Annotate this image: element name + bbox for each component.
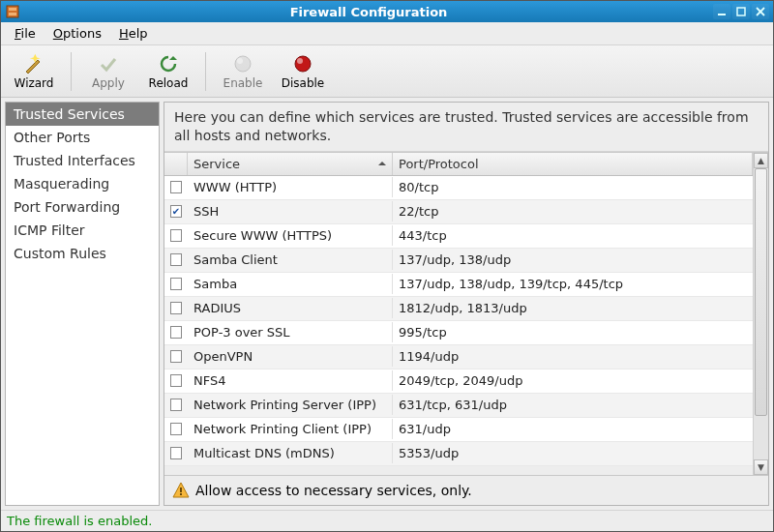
service-checkbox[interactable] [170,229,182,242]
col-port[interactable]: Port/Protocol [393,153,753,175]
table-row[interactable]: RADIUS1812/udp, 1813/udp [164,297,753,321]
reload-label: Reload [149,76,189,90]
apply-icon [98,53,119,74]
hint-text: Allow access to necessary services, only… [195,483,472,498]
col-service[interactable]: Service [188,153,393,175]
wizard-label: Wizard [15,76,54,90]
table-row[interactable]: NFS42049/tcp, 2049/udp [164,369,753,394]
service-checkbox[interactable] [170,181,182,193]
service-checkbox[interactable] [170,399,182,411]
scroll-track[interactable] [754,168,768,459]
service-port: 1194/udp [393,346,753,367]
services-table: Service Port/Protocol WWW (HTTP)80/tcp✔S… [164,153,753,475]
table-row[interactable]: Samba137/udp, 138/udp, 139/tcp, 445/tcp [164,273,753,297]
table-row[interactable]: Samba Client137/udp, 138/udp [164,249,753,273]
svg-point-13 [297,58,303,64]
table-row[interactable]: Network Printing Server (IPP)631/tcp, 63… [164,394,753,418]
service-port: 1812/udp, 1813/udp [393,298,753,318]
sidebar-item-icmp-filter[interactable]: ICMP Filter [6,219,159,242]
service-name: Network Printing Server (IPP) [188,395,393,415]
apply-button: Apply [79,48,137,95]
minimize-button[interactable] [713,4,730,19]
maximize-button[interactable] [732,4,750,19]
reload-button[interactable]: Reload [139,48,197,95]
sidebar-item-trusted-interfaces[interactable]: Trusted Interfaces [6,149,159,172]
svg-rect-2 [9,13,16,15]
window-title: Firewall Configuration [24,5,713,19]
disable-icon [292,53,313,74]
service-port: 631/tcp, 631/udp [393,395,753,415]
service-port: 995/tcp [393,322,753,342]
scroll-up-button[interactable]: ▲ [754,153,768,168]
content: Trusted ServicesOther PortsTrusted Inter… [1,98,773,510]
wizard-button[interactable]: Wizard [5,48,63,95]
vertical-scrollbar[interactable]: ▲ ▼ [753,153,768,475]
service-checkbox[interactable] [170,302,182,314]
service-name: OpenVPN [188,346,393,367]
menu-options[interactable]: Options [45,24,109,43]
sidebar-item-other-ports[interactable]: Other Ports [6,126,159,149]
service-checkbox[interactable] [170,423,182,435]
col-checkbox[interactable] [164,153,188,175]
scroll-down-button[interactable]: ▼ [754,459,768,475]
close-button[interactable] [752,4,769,19]
table-body: WWW (HTTP)80/tcp✔SSH22/tcpSecure WWW (HT… [164,176,753,475]
enable-label: Enable [223,76,263,90]
scroll-thumb[interactable] [755,168,767,416]
service-port: 80/tcp [393,177,753,197]
service-port: 2049/tcp, 2049/udp [393,370,753,391]
status-text: The firewall is enabled. [7,514,152,528]
service-name: SSH [188,201,393,222]
service-checkbox[interactable] [170,447,182,459]
service-name: RADIUS [188,298,393,318]
disable-label: Disable [282,76,325,90]
disable-button[interactable]: Disable [274,48,332,95]
sidebar-item-custom-rules[interactable]: Custom Rules [6,242,159,265]
sidebar: Trusted ServicesOther PortsTrusted Inter… [5,102,160,506]
table-row[interactable]: WWW (HTTP)80/tcp [164,176,753,200]
service-name: NFS4 [188,370,393,391]
service-checkbox[interactable] [170,350,182,363]
service-checkbox[interactable] [170,326,182,339]
sidebar-item-trusted-services[interactable]: Trusted Services [6,103,159,126]
service-checkbox[interactable]: ✔ [170,205,182,218]
titlebar: Firewall Configuration [1,1,773,22]
hint-row: Allow access to necessary services, only… [164,476,768,505]
service-port: 22/tcp [393,201,753,222]
menu-help[interactable]: Help [111,24,156,43]
table-row[interactable]: ✔SSH22/tcp [164,200,753,224]
svg-rect-16 [180,493,182,495]
svg-rect-1 [9,8,16,11]
apply-label: Apply [92,76,125,90]
table-row[interactable]: Secure WWW (HTTPS)443/tcp [164,224,753,249]
service-checkbox[interactable] [170,253,182,266]
table-row[interactable]: OpenVPN1194/udp [164,345,753,369]
service-name: Samba Client [188,250,393,270]
service-port: 137/udp, 138/udp, 139/tcp, 445/tcp [393,274,753,294]
statusbar: The firewall is enabled. [1,510,773,531]
toolbar-separator [205,52,206,91]
sidebar-item-masquerading[interactable]: Masquerading [6,172,159,195]
service-port: 5353/udp [393,443,753,463]
service-checkbox[interactable] [170,374,182,387]
svg-marker-7 [26,60,40,74]
description: Here you can define which services are t… [164,103,768,152]
table-row[interactable]: POP-3 over SSL995/tcp [164,321,753,345]
menu-file[interactable]: File [7,24,44,43]
service-name: Multicast DNS (mDNS) [188,443,393,463]
service-port: 137/udp, 138/udp [393,250,753,270]
service-name: Secure WWW (HTTPS) [188,225,393,246]
enable-icon [232,53,253,74]
service-checkbox[interactable] [170,278,182,290]
table-row[interactable]: Network Printing Client (IPP)631/udp [164,418,753,442]
svg-point-10 [235,56,251,72]
toolbar-separator [71,52,72,91]
service-name: Network Printing Client (IPP) [188,419,393,439]
service-port: 443/tcp [393,225,753,246]
service-name: WWW (HTTP) [188,177,393,197]
table-row[interactable]: Multicast DNS (mDNS)5353/udp [164,442,753,466]
menubar: File Options Help [1,22,773,45]
service-name: Samba [188,274,393,294]
svg-rect-4 [737,8,745,15]
sidebar-item-port-forwarding[interactable]: Port Forwarding [6,195,159,219]
